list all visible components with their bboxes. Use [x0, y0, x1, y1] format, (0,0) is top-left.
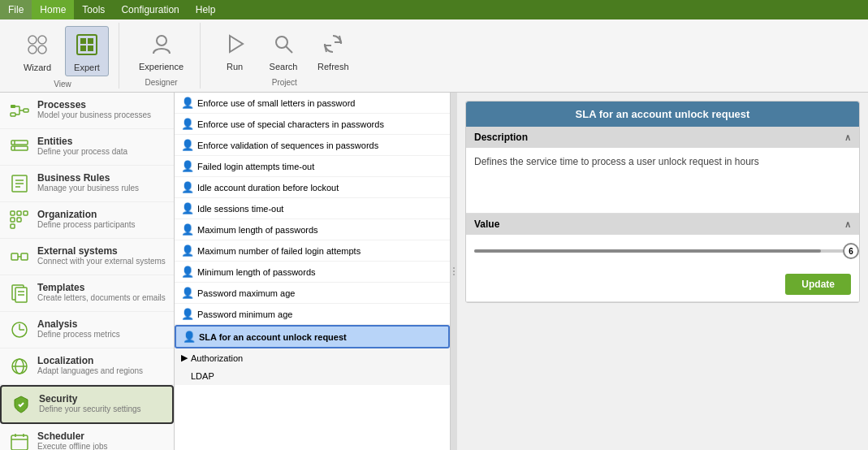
security-text: Security Define your security settings	[39, 393, 141, 413]
expand-authorization-icon: ▶	[181, 353, 188, 363]
tree-section-ldap[interactable]: LDAP	[175, 367, 450, 385]
external-systems-text: External systems Connect with your exter…	[37, 245, 166, 266]
tree-section-authorization[interactable]: ▶ Authorization	[175, 348, 450, 367]
svg-point-1	[38, 36, 46, 44]
search-icon	[269, 29, 298, 58]
wizard-button[interactable]: Wizard	[16, 27, 58, 76]
organization-text: Organization Define process participants	[37, 209, 136, 229]
svg-rect-32	[17, 218, 21, 222]
sidebar-item-scheduler[interactable]: Scheduler Execute offline jobs	[0, 424, 174, 450]
sidebar-item-organization[interactable]: Organization Define process participants	[0, 202, 174, 239]
svg-point-2	[28, 45, 37, 54]
sidebar-item-analysis[interactable]: Analysis Define process metrics	[0, 312, 174, 348]
sidebar-item-templates[interactable]: Templates Create letters, documents or e…	[0, 275, 174, 312]
tree-item-3[interactable]: 👤 Enforce validation of sequences in pas…	[175, 135, 450, 156]
tree-item-5[interactable]: 👤 Idle account duration before lockout	[175, 177, 450, 198]
run-button[interactable]: Run	[214, 26, 256, 75]
tree-item-label-6: Idle sessions time-out	[197, 204, 283, 214]
detail-title: SLA for an account unlock request	[466, 102, 859, 127]
svg-rect-15	[24, 109, 28, 112]
business-rules-subtitle: Manage your business rules	[37, 184, 139, 193]
scheduler-icon	[8, 431, 31, 450]
tree-panel: 👤 Enforce use of small letters in passwo…	[175, 93, 451, 450]
tree-item-label-9: Minimum length of passwords	[197, 267, 316, 277]
description-chevron: ∧	[844, 132, 851, 143]
authorization-label: Authorization	[191, 353, 243, 363]
tree-item-label-12: SLA for an account unlock request	[199, 332, 347, 342]
svg-rect-6	[80, 45, 86, 51]
tree-item-label-4: Failed login attempts time-out	[197, 162, 314, 171]
toolbar-project-items: Run Search	[214, 26, 356, 75]
sidebar-item-external-systems[interactable]: External systems Connect with your exter…	[0, 239, 174, 275]
menu-home[interactable]: Home	[32, 0, 74, 19]
experience-button[interactable]: Experience	[132, 26, 190, 75]
tree-item-1[interactable]: 👤 Enforce use of small letters in passwo…	[175, 93, 450, 114]
tree-person-icon-4: 👤	[181, 160, 194, 172]
designer-group-label: Designer	[145, 75, 178, 87]
expert-button[interactable]: Expert	[65, 26, 109, 76]
description-section: Description ∧ Defines the service time t…	[466, 127, 859, 214]
ldap-label: LDAP	[191, 371, 214, 381]
localization-subtitle: Adapt languages and regions	[37, 366, 143, 375]
toolbar-group-designer: Experience Designer	[123, 23, 201, 89]
tree-item-7[interactable]: 👤 Maximum length of passwords	[175, 219, 450, 240]
tree-item-9[interactable]: 👤 Minimum length of passwords	[175, 262, 450, 283]
experience-icon	[147, 29, 176, 58]
scheduler-title: Scheduler	[37, 431, 108, 442]
refresh-label: Refresh	[317, 62, 349, 71]
svg-rect-34	[11, 253, 18, 260]
business-rules-text: Business Rules Manage your business rule…	[37, 172, 139, 193]
external-systems-icon	[8, 245, 31, 268]
tree-item-8[interactable]: 👤 Maximum number of failed login attempt…	[175, 240, 450, 262]
tree-item-12[interactable]: 👤 SLA for an account unlock request	[175, 325, 450, 348]
toolbar-view-items: Wizard Expert	[16, 26, 109, 76]
slider-fill	[474, 249, 821, 253]
organization-icon	[8, 209, 31, 231]
refresh-button[interactable]: Refresh	[311, 26, 356, 75]
menu-bar: File Home Tools Configuration Help	[0, 0, 868, 19]
processes-text: Processes Model your business processes	[37, 99, 151, 119]
localization-text: Localization Adapt languages and regions	[37, 355, 143, 375]
update-button[interactable]: Update	[785, 274, 851, 295]
svg-rect-8	[88, 45, 93, 51]
tree-person-icon-10: 👤	[181, 287, 194, 299]
svg-rect-4	[77, 35, 97, 54]
menu-tools[interactable]: Tools	[74, 0, 113, 19]
expert-label: Expert	[74, 63, 100, 72]
menu-configuration[interactable]: Configuration	[113, 0, 187, 19]
organization-subtitle: Define process participants	[37, 220, 136, 229]
main-area: Processes Model your business processes …	[0, 93, 868, 450]
tree-item-6[interactable]: 👤 Idle sessions time-out	[175, 198, 450, 219]
slider-track[interactable]: 6	[474, 249, 851, 253]
sidebar-item-localization[interactable]: Localization Adapt languages and regions	[0, 348, 174, 385]
panel-splitter[interactable]	[451, 93, 457, 450]
entities-title: Entities	[37, 136, 127, 147]
value-label: Value	[474, 219, 499, 230]
tree-person-icon-5: 👤	[181, 181, 194, 193]
svg-rect-5	[80, 38, 86, 44]
menu-help[interactable]: Help	[188, 0, 224, 19]
search-button[interactable]: Search	[262, 26, 304, 75]
tree-item-2[interactable]: 👤 Enforce use of special characters in p…	[175, 114, 450, 135]
tree-item-4[interactable]: 👤 Failed login attempts time-out	[175, 156, 450, 177]
sidebar-item-processes[interactable]: Processes Model your business processes	[0, 93, 174, 129]
slider-thumb[interactable]: 6	[843, 243, 859, 259]
external-systems-subtitle: Connect with your external systems	[37, 257, 166, 266]
tree-item-10[interactable]: 👤 Password maximum age	[175, 283, 450, 304]
slider-value: 6	[849, 247, 853, 256]
splitter-handle	[453, 267, 455, 275]
tree-person-icon-11: 👤	[181, 308, 194, 320]
sidebar-item-business-rules[interactable]: Business Rules Manage your business rule…	[0, 166, 174, 202]
processes-icon	[8, 99, 31, 122]
analysis-subtitle: Define process metrics	[37, 330, 120, 339]
menu-file[interactable]: File	[0, 0, 32, 19]
description-section-header[interactable]: Description ∧	[466, 127, 859, 148]
sidebar-item-security[interactable]: Security Define your security settings	[0, 385, 174, 424]
tree-item-11[interactable]: 👤 Password minimum age	[175, 304, 450, 325]
security-icon	[10, 393, 32, 416]
svg-rect-31	[17, 211, 21, 215]
value-section-header[interactable]: Value ∧	[466, 214, 859, 235]
experience-label: Experience	[139, 62, 184, 71]
entities-text: Entities Define your process data	[37, 136, 127, 156]
sidebar-item-entities[interactable]: Entities Define your process data	[0, 129, 174, 166]
